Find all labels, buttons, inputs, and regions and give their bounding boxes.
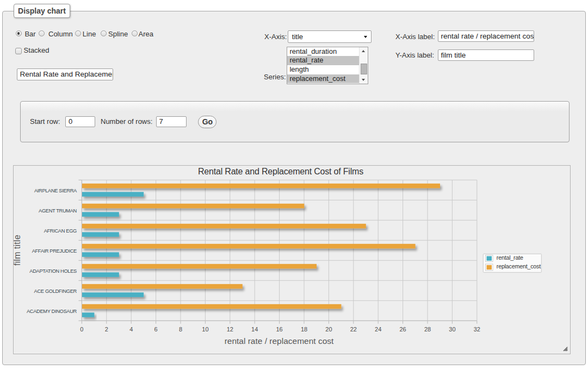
svg-text:12: 12 bbox=[227, 326, 233, 333]
svg-text:rental_rate: rental_rate bbox=[497, 254, 523, 261]
svg-text:AFFAIR PREJUDICE: AFFAIR PREJUDICE bbox=[32, 248, 77, 254]
svg-text:0: 0 bbox=[80, 326, 83, 333]
svg-text:Rental Rate and Replacement Co: Rental Rate and Replacement Cost of Film… bbox=[198, 167, 363, 176]
svg-text:16: 16 bbox=[276, 326, 282, 333]
svg-text:film title: film title bbox=[14, 235, 22, 266]
svg-text:2: 2 bbox=[105, 326, 108, 333]
svg-text:AFRICAN EGG: AFRICAN EGG bbox=[44, 228, 77, 234]
svg-text:24: 24 bbox=[375, 326, 381, 333]
svg-text:14: 14 bbox=[251, 326, 258, 333]
svg-text:32: 32 bbox=[474, 326, 480, 333]
svg-text:ADAPTATION HOLES: ADAPTATION HOLES bbox=[29, 268, 77, 274]
svg-text:30: 30 bbox=[449, 326, 455, 333]
svg-text:ACADEMY DINOSAUR: ACADEMY DINOSAUR bbox=[27, 309, 77, 314]
svg-text:26: 26 bbox=[399, 326, 406, 333]
svg-text:20: 20 bbox=[325, 326, 332, 333]
svg-text:18: 18 bbox=[301, 326, 307, 333]
svg-text:6: 6 bbox=[154, 326, 158, 333]
svg-text:8: 8 bbox=[179, 326, 182, 333]
svg-text:replacement_cost: replacement_cost bbox=[497, 263, 541, 269]
svg-text:28: 28 bbox=[424, 326, 431, 333]
svg-text:AIRPLANE SIERRA: AIRPLANE SIERRA bbox=[34, 188, 77, 193]
svg-text:22: 22 bbox=[350, 326, 357, 333]
svg-text:AGENT TRUMAN: AGENT TRUMAN bbox=[39, 208, 77, 214]
svg-text:rental rate / replacement cost: rental rate / replacement cost bbox=[225, 336, 334, 346]
svg-text:4: 4 bbox=[129, 326, 133, 333]
svg-text:ACE GOLDFINGER: ACE GOLDFINGER bbox=[34, 289, 77, 294]
svg-text:10: 10 bbox=[202, 326, 208, 333]
